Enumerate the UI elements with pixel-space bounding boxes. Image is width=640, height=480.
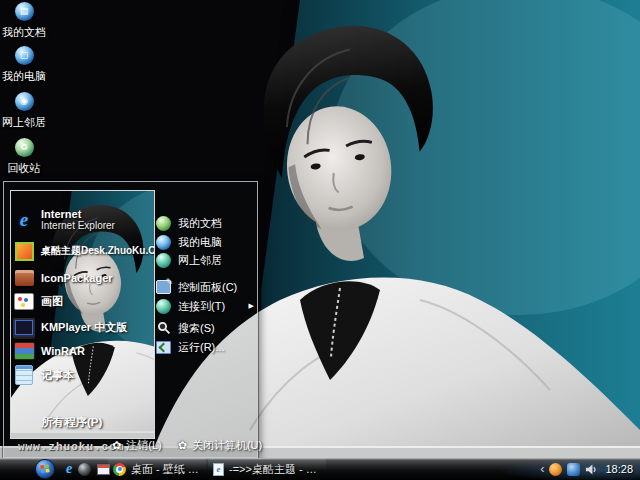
desktop-icon-label: 我的文档	[0, 25, 48, 40]
start-menu-item-winrar[interactable]: WinRAR	[13, 339, 151, 363]
winrar-icon	[13, 340, 35, 362]
network-places-orb-icon	[156, 253, 171, 268]
desktop-icon-label: 回收站	[0, 161, 48, 176]
my-computer-orb-icon	[156, 235, 171, 250]
desktop-icon-my-documents[interactable]: ▤ 我的文档	[0, 2, 48, 40]
paint-icon	[13, 290, 35, 312]
start-menu-footer: ✿ 注销(L) ✿ 关闭计算机(U)	[112, 438, 262, 453]
start-menu-item-control-panel[interactable]: 控制面板(C)	[156, 278, 254, 296]
leaf-icon: ✿	[112, 439, 121, 452]
kmplayer-icon	[13, 316, 35, 338]
volume-icon[interactable]	[585, 463, 598, 476]
taskbar-clock[interactable]: 18:28	[605, 463, 633, 475]
quick-launch-media-player-icon[interactable]	[78, 463, 91, 476]
desktop-icon-label: 我的电脑	[0, 69, 48, 84]
start-menu: e Internet Internet Explorer 桌酷主题Desk.Zh…	[3, 181, 258, 458]
all-programs-button[interactable]: 所有程序(P)	[41, 415, 102, 430]
taskbar-task-wallpaper-page[interactable]: 桌面 - 壁纸 - 桌酷...	[108, 458, 206, 480]
start-menu-item-kmplayer[interactable]: KMPlayer 中文版	[13, 315, 151, 339]
ie-document-icon: e	[213, 463, 224, 476]
desktop-icon-my-computer[interactable]: ▢ 我的电脑	[0, 46, 48, 84]
shut-down-button[interactable]: ✿ 关闭计算机(U)	[178, 438, 263, 453]
start-menu-item-notepad[interactable]: 记事本	[13, 363, 151, 387]
start-menu-item-search[interactable]: 搜索(S)	[156, 319, 254, 337]
my-computer-icon: ▢	[15, 46, 34, 65]
notepad-icon	[13, 364, 35, 386]
submenu-arrow-icon: ▶	[249, 302, 254, 310]
my-documents-orb-icon	[156, 216, 171, 231]
desktop-icon-network-places[interactable]: ◉ 网上邻居	[0, 92, 48, 130]
tray-collapse-chevron[interactable]: ‹	[540, 458, 544, 480]
tray-security-alert-icon[interactable]	[549, 463, 562, 476]
start-menu-item-internet[interactable]: e Internet Internet Explorer	[13, 205, 151, 235]
start-menu-item-paint[interactable]: 画图	[13, 289, 151, 313]
recycle-bin-icon: ♻	[15, 138, 34, 157]
quick-launch-internet-explorer-icon[interactable]: e	[66, 461, 72, 477]
start-menu-item-iconpackager[interactable]: IconPackager	[13, 266, 151, 290]
start-menu-item-my-documents[interactable]: 我的文档	[156, 214, 254, 232]
taskbar-task-theme-page[interactable]: e -=>>桌酷主题 - Mi...	[208, 458, 326, 480]
search-icon	[156, 321, 171, 336]
start-menu-item-network-places[interactable]: 网上邻居	[156, 251, 254, 269]
internet-explorer-icon: e	[13, 209, 35, 231]
start-menu-item-my-computer[interactable]: 我的电脑	[156, 233, 254, 251]
log-off-button[interactable]: ✿ 注销(L)	[112, 438, 162, 453]
my-documents-icon: ▤	[15, 2, 34, 21]
connect-to-icon	[156, 299, 171, 314]
run-icon	[156, 340, 171, 355]
system-tray: ‹ 18:28	[540, 458, 638, 480]
start-menu-item-zhuoku-theme[interactable]: 桌酷主题Desk.ZhuoKu.Com	[13, 239, 151, 263]
network-places-icon: ◉	[15, 92, 34, 111]
start-menu-left-panel: e Internet Internet Explorer 桌酷主题Desk.Zh…	[10, 190, 155, 439]
iconpackager-icon	[13, 267, 35, 289]
start-button[interactable]	[34, 458, 56, 480]
taskbar: e » 桌面 - 壁纸 - 桌酷... e -=>>桌酷主题 - Mi... ‹…	[0, 458, 640, 480]
zhuoku-theme-icon	[13, 240, 35, 262]
start-menu-item-connect-to[interactable]: 连接到(T) ▶	[156, 297, 254, 315]
desktop-icon-label: 网上邻居	[0, 115, 48, 130]
tray-messenger-icon[interactable]	[567, 463, 580, 476]
leaf-icon: ✿	[178, 439, 187, 452]
control-panel-icon	[156, 280, 171, 295]
start-menu-item-run[interactable]: 运行(R)...	[156, 338, 254, 356]
windows-orb-icon	[34, 458, 56, 480]
chrome-icon	[113, 463, 126, 476]
desktop: www.zhuoku.com ▤ 我的文档 ▢ 我的电脑 ◉ 网上邻居 ♻ 回收…	[0, 0, 640, 480]
desktop-icon-recycle-bin[interactable]: ♻ 回收站	[0, 138, 48, 176]
